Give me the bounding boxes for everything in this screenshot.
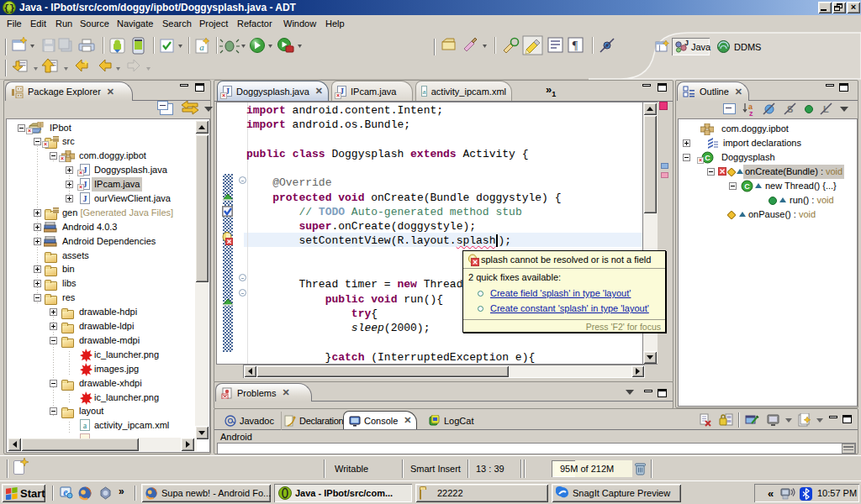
svg-text:z: z bbox=[749, 109, 753, 116]
svg-text:C: C bbox=[744, 182, 750, 191]
svg-text:J: J bbox=[684, 39, 689, 47]
svg-text:{}: {} bbox=[3, 3, 14, 13]
svg-text:C: C bbox=[705, 154, 710, 162]
svg-text:a: a bbox=[199, 42, 204, 52]
svg-text:¶: ¶ bbox=[573, 39, 578, 52]
